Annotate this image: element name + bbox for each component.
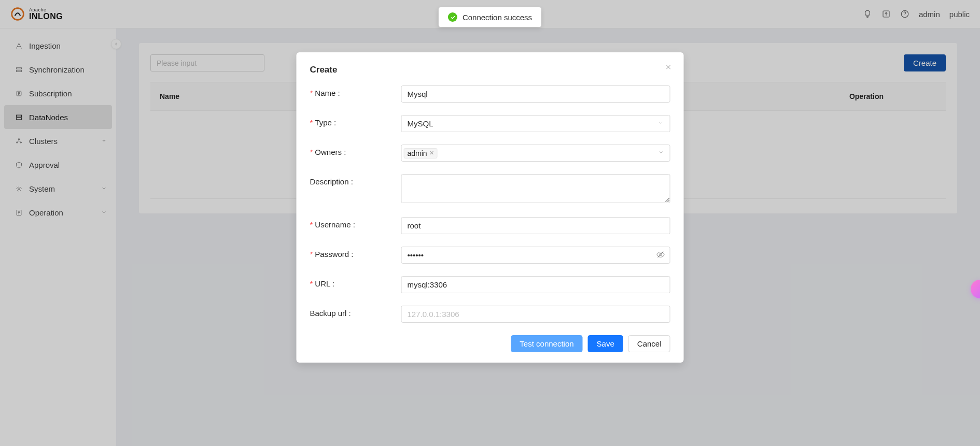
modal-footer: Test connection Save Cancel	[310, 335, 670, 352]
create-modal: Create *Name : *Type : MySQL *Owners : a…	[297, 52, 684, 363]
form-row-username: *Username :	[310, 217, 670, 234]
name-input[interactable]	[401, 85, 670, 103]
form-row-backup-url: Backup url :	[310, 306, 670, 323]
form-row-password: *Password :	[310, 247, 670, 264]
chevron-down-icon	[658, 149, 664, 157]
username-input[interactable]	[401, 217, 670, 234]
form-label-type: *Type :	[310, 115, 401, 127]
chevron-down-icon	[658, 120, 664, 127]
form-label-owners: *Owners :	[310, 145, 401, 156]
form-label-url: *URL :	[310, 276, 401, 288]
owner-tag: admin ✕	[404, 148, 438, 159]
owner-tag-label: admin	[408, 149, 427, 157]
form-label-password: *Password :	[310, 247, 401, 258]
form-label-description: Description :	[310, 174, 401, 186]
form-row-type: *Type : MySQL	[310, 115, 670, 132]
backup-url-input[interactable]	[401, 306, 670, 323]
save-button[interactable]: Save	[588, 335, 623, 352]
form-row-owners: *Owners : admin ✕	[310, 145, 670, 162]
owners-select[interactable]: admin ✕	[401, 145, 670, 162]
cancel-button[interactable]: Cancel	[628, 335, 670, 352]
form-row-name: *Name :	[310, 85, 670, 103]
type-select[interactable]: MySQL	[401, 115, 670, 132]
eye-off-icon[interactable]	[656, 250, 665, 261]
test-connection-button[interactable]: Test connection	[511, 335, 582, 352]
form-row-description: Description :	[310, 174, 670, 205]
form-label-username: *Username :	[310, 217, 401, 229]
close-button[interactable]	[663, 62, 674, 72]
tag-remove-icon[interactable]: ✕	[429, 150, 434, 156]
modal-title: Create	[310, 65, 670, 75]
description-textarea[interactable]	[401, 174, 670, 203]
form-label-name: *Name :	[310, 85, 401, 97]
toast-message: Connection success	[463, 13, 532, 22]
form-label-backup-url: Backup url :	[310, 306, 401, 318]
form-row-url: *URL :	[310, 276, 670, 293]
password-input[interactable]	[401, 247, 670, 264]
url-input[interactable]	[401, 276, 670, 293]
type-select-value: MySQL	[408, 119, 433, 128]
toast-success: Connection success	[439, 7, 541, 27]
check-circle-icon	[448, 12, 457, 22]
